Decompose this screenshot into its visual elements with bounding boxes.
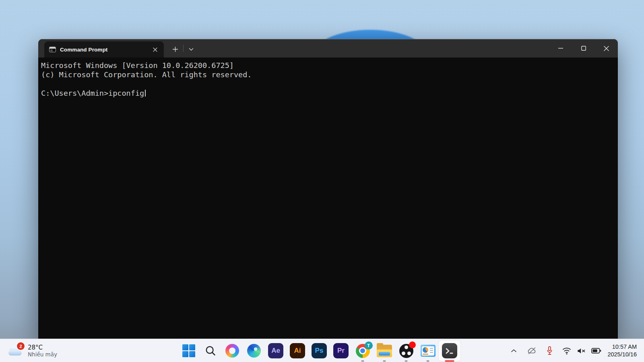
tab-bar-separator	[183, 45, 184, 52]
chrome-profile-badge: T	[365, 341, 373, 350]
clock-widget[interactable]: 10:57 AM 2025/10/16	[606, 339, 638, 362]
weather-widget[interactable]: 2 28°C Nhiều mây	[5, 339, 60, 362]
running-indicator	[405, 360, 408, 362]
running-indicator	[383, 360, 386, 362]
folder-icon	[377, 345, 392, 357]
desktop-wallpaper: Command Prompt	[0, 0, 644, 362]
file-explorer-button[interactable]	[374, 340, 395, 361]
after-effects-button[interactable]: Ae	[265, 340, 287, 361]
window-titlebar[interactable]: Command Prompt	[38, 39, 618, 58]
terminal-icon	[442, 343, 457, 358]
terminal-line: Microsoft Windows [Version 10.0.26200.67…	[41, 61, 615, 70]
running-indicator	[427, 360, 429, 362]
illustrator-button[interactable]: Ai	[287, 340, 308, 361]
system-monitor-button[interactable]	[417, 340, 439, 361]
running-indicator	[361, 360, 364, 362]
terminal-button[interactable]	[439, 340, 460, 361]
tab-dropdown-button[interactable]	[186, 43, 197, 56]
onedrive-tray-button[interactable]	[526, 343, 538, 359]
system-tray	[508, 339, 602, 362]
cloudy-weather-icon: 2	[8, 345, 23, 356]
maximize-icon	[581, 46, 586, 51]
obs-button[interactable]	[395, 340, 417, 361]
clock-time: 10:57 AM	[607, 343, 637, 351]
search-button[interactable]	[200, 340, 221, 361]
search-icon	[204, 345, 217, 357]
close-button[interactable]	[595, 39, 618, 58]
close-icon	[153, 47, 157, 52]
weather-temperature: 28°C	[28, 344, 57, 351]
terminal-line: (c) Microsoft Corporation. All rights re…	[41, 70, 615, 79]
wifi-icon	[562, 347, 572, 355]
terminal-prompt-text: C:\Users\Admin>ipconfig	[41, 89, 144, 97]
maximize-button[interactable]	[572, 39, 595, 58]
premiere-button[interactable]: Pr	[330, 340, 352, 361]
battery-icon	[591, 348, 601, 354]
terminal-output-area[interactable]: Microsoft Windows [Version 10.0.26200.67…	[38, 58, 618, 339]
microphone-in-use-button[interactable]	[545, 343, 554, 359]
active-window-indicator	[445, 360, 454, 362]
edge-button[interactable]	[243, 340, 265, 361]
premiere-icon: Pr	[333, 343, 349, 358]
photoshop-icon: Ps	[312, 343, 327, 358]
tab-close-button[interactable]	[149, 44, 161, 55]
tab-command-prompt[interactable]: Command Prompt	[44, 41, 164, 58]
show-hidden-icons-button[interactable]	[508, 343, 519, 359]
volume-muted-button[interactable]	[576, 343, 587, 359]
terminal-window: Command Prompt	[38, 39, 618, 339]
terminal-line	[41, 79, 615, 88]
caption-buttons	[549, 39, 618, 58]
obs-icon	[399, 344, 413, 358]
battery-button[interactable]	[590, 343, 602, 359]
start-button[interactable]	[178, 340, 200, 361]
terminal-prompt-line: C:\Users\Admin>ipconfig	[41, 88, 615, 98]
chrome-button[interactable]: T	[352, 340, 374, 361]
edge-icon	[247, 344, 261, 358]
chevron-up-icon	[511, 349, 517, 353]
after-effects-icon: Ae	[268, 343, 283, 358]
recording-badge	[409, 341, 416, 348]
volume-mute-icon	[577, 347, 586, 355]
chrome-icon: T	[356, 344, 370, 358]
notification-badge: 2	[17, 342, 25, 350]
minimize-icon	[558, 48, 563, 49]
chevron-down-icon	[189, 48, 194, 51]
weather-condition: Nhiều mây	[28, 351, 57, 358]
wifi-button[interactable]	[561, 343, 572, 359]
plus-icon	[173, 47, 178, 52]
new-tab-button[interactable]	[169, 43, 182, 56]
cloud-off-icon	[527, 346, 537, 355]
minimize-button[interactable]	[549, 39, 572, 58]
system-monitor-icon	[421, 345, 436, 357]
copilot-icon	[225, 344, 239, 358]
close-icon	[604, 46, 609, 51]
clock-date: 2025/10/16	[607, 351, 637, 358]
tab-title: Command Prompt	[60, 47, 149, 53]
copilot-button[interactable]	[221, 340, 243, 361]
windows-logo-icon	[182, 344, 196, 358]
taskbar: 2 28°C Nhiều mây	[0, 339, 644, 362]
command-prompt-icon	[49, 47, 56, 52]
taskbar-app-icons: Ae Ai Ps Pr T	[178, 340, 460, 361]
microphone-icon	[546, 346, 553, 356]
text-cursor	[145, 90, 146, 97]
illustrator-icon: Ai	[290, 343, 305, 358]
photoshop-button[interactable]: Ps	[308, 340, 330, 361]
